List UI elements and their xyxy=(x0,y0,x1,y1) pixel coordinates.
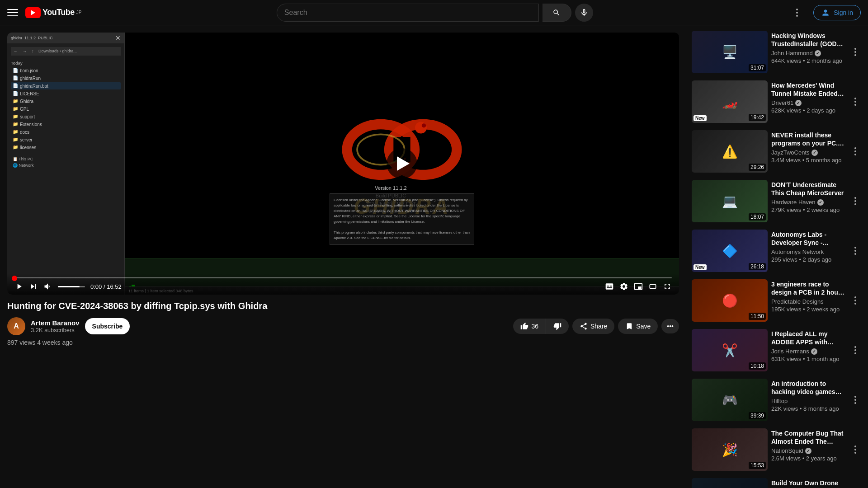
options-button[interactable] xyxy=(788,4,806,22)
sidebar-more-god-mode[interactable] xyxy=(848,31,863,73)
subtitles-button[interactable] xyxy=(605,282,614,291)
sidebar-more-autonomys[interactable] xyxy=(848,230,863,272)
nav-back: ← xyxy=(12,48,20,55)
file-icon xyxy=(13,91,18,96)
channel-name-y2k: NationSquid xyxy=(771,447,803,454)
settings-icon xyxy=(619,282,628,291)
like-count: 36 xyxy=(531,323,538,330)
folder-name-item: Extensions xyxy=(20,122,42,127)
share-button[interactable]: Share xyxy=(572,319,614,334)
ghidra-main-area: GHIDRA Version 11.1.2 Build PUBLIC 2024-… xyxy=(125,33,679,295)
play-button-overlay[interactable] xyxy=(387,148,417,179)
view-count: 897 views xyxy=(7,339,35,346)
search-button[interactable] xyxy=(542,4,571,22)
sidebar-views-y2k: 2.6M views • 2 years ago xyxy=(771,455,844,462)
theater-icon xyxy=(648,282,657,291)
channel-info: Artem Baranov 3.2K subscribers xyxy=(31,319,80,333)
search-icon xyxy=(552,9,561,17)
today-header: Today xyxy=(11,61,121,66)
verified-icon-mercedes: ✓ xyxy=(795,100,802,106)
sidebar-more-drone[interactable] xyxy=(848,478,863,488)
file-explorer: ghidra_11.1.2_PUBLIC ✕ ← → ↑ Downloads ›… xyxy=(7,33,125,295)
video-area: ghidra_11.1.2_PUBLIC ✕ ← → ↑ Downloads ›… xyxy=(0,25,686,488)
sidebar-more-y2k[interactable] xyxy=(848,428,863,471)
sidebar-views-microserver: 279K views • 2 weeks ago xyxy=(771,206,844,213)
volume-fill xyxy=(58,286,80,287)
thumbnail-y2k: 🎉 15:53 xyxy=(692,428,768,471)
sidebar-title-design: 3 engineers race to design a PCB in 2 ho… xyxy=(771,280,844,296)
sidebar-more-hacking-games[interactable] xyxy=(848,379,863,421)
channel-name[interactable]: Artem Baranov xyxy=(31,319,80,327)
play-pause-button[interactable] xyxy=(14,282,24,291)
sidebar-item-programs[interactable]: ⚠️ 29:26 NEVER install these programs on… xyxy=(690,128,864,174)
mic-button[interactable] xyxy=(575,4,593,22)
sidebar-more-adobe[interactable] xyxy=(848,329,863,371)
video-player[interactable]: ghidra_11.1.2_PUBLIC ✕ ← → ↑ Downloads ›… xyxy=(7,33,679,295)
next-button[interactable] xyxy=(29,282,38,291)
volume-button[interactable] xyxy=(43,282,52,291)
sidebar-more-programs[interactable] xyxy=(848,130,863,173)
file-name: ghidraRun xyxy=(20,76,41,81)
sidebar-channel-programs: JayzTwoCents ✓ xyxy=(771,149,844,156)
subscribe-button[interactable]: Subscribe xyxy=(85,318,130,334)
sidebar-item-y2k[interactable]: 🎉 15:53 The Computer Bug That Almost End… xyxy=(690,427,864,473)
sidebar-more-design[interactable] xyxy=(848,279,863,322)
sidebar-channel-adobe: Joris Hermans ✓ xyxy=(771,348,844,355)
folder-name-item: support xyxy=(20,114,35,119)
verified-icon-god-mode: ✓ xyxy=(815,50,821,56)
sidebar-channel-microserver: Hardware Haven ✓ xyxy=(771,199,844,206)
folder-extensions: Extensions xyxy=(11,121,121,128)
sign-in-label: Sign in xyxy=(834,9,853,16)
svg-point-4 xyxy=(415,122,427,133)
version-text: Version 11.1.2 xyxy=(366,184,416,192)
folder-ghidra: Ghidra xyxy=(11,98,121,105)
folder-name-item: docs xyxy=(20,130,29,135)
sidebar-more-microserver[interactable] xyxy=(848,180,863,222)
volume-icon xyxy=(43,282,52,291)
close-icon[interactable]: ✕ xyxy=(115,34,121,42)
verified-icon-y2k: ✓ xyxy=(805,448,811,454)
more-button[interactable]: ••• xyxy=(661,319,679,333)
sidebar-item-design[interactable]: 🔴 11:50 3 engineers race to design a PCB… xyxy=(690,277,864,324)
fullscreen-button[interactable] xyxy=(663,282,672,291)
sidebar-channel-autonomys: Autonomys Network xyxy=(771,249,844,255)
settings-button[interactable] xyxy=(619,282,628,291)
sidebar-item-mercedes[interactable]: 🏎️ 19:42 New How Mercedes' Wind Tunnel M… xyxy=(690,79,864,125)
sidebar-meta-design: 3 engineers race to design a PCB in 2 ho… xyxy=(771,279,844,322)
thumbnail-hacking-games: 🎮 39:39 xyxy=(692,379,768,421)
header: YouTubeJP Sign in xyxy=(0,0,868,25)
like-button[interactable]: 36 xyxy=(513,319,546,334)
volume-slider[interactable] xyxy=(58,286,85,287)
youtube-logo[interactable]: YouTubeJP xyxy=(25,7,82,18)
three-dots-icon xyxy=(792,9,802,17)
progress-dot xyxy=(12,276,17,281)
sidebar-item-microserver[interactable]: 💻 18:07 DON'T Underestimate This Cheap M… xyxy=(690,178,864,224)
miniplayer-button[interactable] xyxy=(634,282,643,291)
folder-name-item: licenses xyxy=(20,145,36,150)
folder-licenses: licenses xyxy=(11,144,121,151)
dislike-button[interactable] xyxy=(546,319,569,334)
channel-name-god-mode: John Hammond xyxy=(771,50,813,56)
hamburger-menu[interactable] xyxy=(7,7,18,18)
sidebar-views-god-mode: 644K views • 2 months ago xyxy=(771,57,844,64)
sidebar-meta-autonomys: Autonomys Labs - Developer Sync - Septem… xyxy=(771,230,844,272)
channel-name-hacking-games: Hilltop xyxy=(771,398,788,404)
sidebar-title-microserver: DON'T Underestimate This Cheap MicroServ… xyxy=(771,181,844,197)
progress-bar[interactable] xyxy=(14,277,672,278)
sidebar-item-hacking-games[interactable]: 🎮 39:39 An introduction to hacking video… xyxy=(690,377,864,423)
save-button[interactable]: Save xyxy=(618,319,658,334)
sign-in-button[interactable]: Sign in xyxy=(813,5,861,20)
search-input[interactable] xyxy=(277,9,538,17)
sidebar-more-mercedes[interactable] xyxy=(848,80,863,123)
sidebar-item-drone[interactable]: 📡 build YOUR DRONe racKInG RADAR Build Y… xyxy=(690,476,864,488)
sidebar-item-autonomys[interactable]: 🔷 26:18 New Autonomys Labs - Developer S… xyxy=(690,228,864,274)
sidebar-title-autonomys: Autonomys Labs - Developer Sync - Septem… xyxy=(771,230,844,247)
sidebar-item-god-mode[interactable]: 🖥️ 31:07 Hacking Windows TrustedInstalle… xyxy=(690,29,864,75)
account-icon xyxy=(821,8,830,17)
sidebar-item-adobe[interactable]: ✂️ 10:18 I Replaced ALL my ADOBE APPS wi… xyxy=(690,327,864,373)
channel-avatar[interactable]: A xyxy=(7,317,25,335)
channel-name-autonomys: Autonomys Network xyxy=(771,249,824,255)
more-dots-icon xyxy=(850,48,861,56)
theater-button[interactable] xyxy=(648,282,657,291)
verified-icon-programs: ✓ xyxy=(811,150,818,156)
